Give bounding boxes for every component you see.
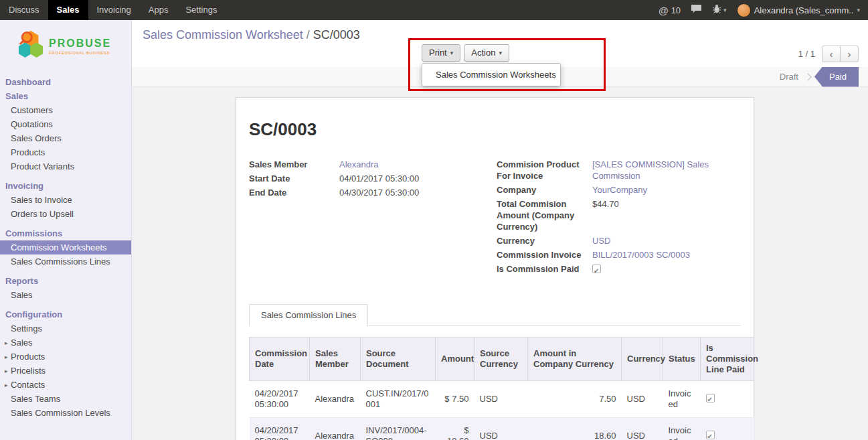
sidebar-item-label: Commission Worksheets xyxy=(11,242,107,252)
sidebar-item[interactable]: ▸ Products xyxy=(0,350,131,364)
sidebar-item[interactable]: ▸ Sales Commissions Lines xyxy=(0,254,131,269)
chevron-down-icon: ▾ xyxy=(723,7,727,13)
field-row: Sales Member Alexandra xyxy=(249,157,497,171)
status-paid[interactable]: Paid xyxy=(814,67,859,87)
field-value[interactable]: USD xyxy=(592,235,610,246)
sidebar-item[interactable]: ▸ Sales Orders xyxy=(0,131,131,145)
sidebar-item-label: Pricelists xyxy=(11,366,46,376)
sidebar-item[interactable]: ▸ Orders to Upsell xyxy=(0,207,131,221)
line-paid-checkbox[interactable] xyxy=(706,394,715,402)
user-menu[interactable]: Alexandra (Sales_comm.. ▾ xyxy=(737,3,860,17)
user-name: Alexandra (Sales_comm.. xyxy=(754,5,854,15)
column-header[interactable]: Sales Member xyxy=(310,338,361,381)
cell-sales-member: Alexandra xyxy=(310,418,361,440)
sidebar-item[interactable]: ▸ Sales xyxy=(0,336,131,350)
breadcrumb-separator: / xyxy=(307,28,310,42)
form-view: SC/0003 Sales Member Alexandra Start Dat… xyxy=(132,87,868,440)
field-value[interactable]: BILL/2017/0003 SC/0003 xyxy=(592,249,690,261)
sidebar-item-label: Sales Orders xyxy=(11,133,62,143)
topbar-menu-item[interactable]: Settings xyxy=(177,0,226,20)
field-value[interactable]: YourCompany xyxy=(592,184,647,196)
sidebar-item[interactable]: ▸ Settings xyxy=(0,321,131,336)
field-label: End Date xyxy=(249,187,339,198)
main-area: Sales Commission Worksheet/SC/0003 Print… xyxy=(132,20,868,440)
topbar-menu-item[interactable]: Sales xyxy=(48,0,88,20)
sidebar-item[interactable]: ▸ Sales Commission Levels xyxy=(0,406,131,420)
column-header[interactable]: Amount in Company Currency xyxy=(528,338,622,381)
topbar-menu-item[interactable]: Apps xyxy=(140,0,177,20)
tab-bar: Sales Commission Lines xyxy=(249,304,741,326)
field-row: Is Commission Paid xyxy=(497,262,741,276)
messages-button[interactable] xyxy=(691,4,702,16)
sidebar-item[interactable]: ▸ Products xyxy=(0,145,131,159)
cell-currency: USD xyxy=(622,381,663,418)
sidebar-item[interactable]: ▸ Sales Teams xyxy=(0,392,131,406)
probuse-logo-text: PROBUSE PROFESSIONAL BUSINESS xyxy=(49,38,111,55)
tab-sales-commission-lines[interactable]: Sales Commission Lines xyxy=(249,304,368,326)
sidebar-item[interactable]: ▸ Sales to Invoice xyxy=(0,193,131,207)
record-title: SC/0003 xyxy=(249,119,741,140)
sidebar-item[interactable]: ▸ Customers xyxy=(0,103,131,117)
sidebar-item-label: Orders to Upsell xyxy=(11,209,74,219)
breadcrumb-parent-link[interactable]: Sales Commission Worksheet xyxy=(143,28,303,42)
column-header[interactable]: Currency xyxy=(622,338,663,381)
field-groups: Sales Member Alexandra Start Date 04/01/… xyxy=(249,157,741,276)
column-header[interactable]: Amount xyxy=(436,338,474,381)
sidebar-item[interactable]: ▸ Configuration xyxy=(0,307,131,321)
sidebar-item[interactable]: ▸ Pricelists xyxy=(0,364,131,378)
line-paid-checkbox[interactable] xyxy=(706,431,715,439)
topbar-menu-item[interactable]: Invoicing xyxy=(88,0,140,20)
sidebar-item-label: Dashboard xyxy=(5,77,51,87)
status-chevron-icon xyxy=(804,73,811,80)
table-row[interactable]: 04/20/2017 05:30:00 Alexandra CUST.IN/20… xyxy=(250,381,754,418)
breadcrumb-current: SC/0003 xyxy=(313,28,360,42)
table-row[interactable]: 04/20/2017 05:30:00 Alexandra INV/2017/0… xyxy=(250,418,754,440)
cell-amount: $ 7.50 xyxy=(436,381,474,418)
print-button[interactable]: Print ▾ xyxy=(422,44,460,62)
column-header[interactable]: Is Commission Line Paid xyxy=(701,338,754,381)
column-header[interactable]: Status xyxy=(663,338,701,381)
debug-menu-button[interactable]: ▾ xyxy=(712,4,727,16)
field-value[interactable]: [SALES COMMISSION] Sales Commission xyxy=(592,159,741,181)
sidebar-item[interactable]: ▸ Product Variants xyxy=(0,159,131,173)
field-value[interactable]: Alexandra xyxy=(339,159,379,170)
sidebar-item[interactable]: ▸ Quotations xyxy=(0,117,131,131)
sidebar-item[interactable]: ▸ Dashboard xyxy=(0,75,131,89)
status-draft[interactable]: Draft xyxy=(773,72,805,82)
sidebar-item-label: Sales Teams xyxy=(11,394,60,404)
sidebar-item[interactable]: ▸ Sales xyxy=(0,288,131,302)
topbar-menu-item[interactable]: Discuss xyxy=(0,0,48,20)
cell-amount: $ 18.60 xyxy=(436,418,474,440)
column-header[interactable]: Commission Date xyxy=(250,338,310,381)
sidebar-item-label: Sales Commission Levels xyxy=(11,408,110,418)
cell-sales-member: Alexandra xyxy=(310,381,361,418)
column-header[interactable]: Source Currency xyxy=(474,338,528,381)
field-label: Total Commision Amount (Company Currency… xyxy=(497,198,592,232)
cell-amount-company-currency: 7.50 xyxy=(528,381,622,418)
field-checkbox[interactable] xyxy=(592,265,601,273)
cell-line-paid xyxy=(701,418,754,440)
field-row: Total Commision Amount (Company Currency… xyxy=(497,197,741,234)
dropdown-item-sales-commission-worksheets[interactable]: Sales Commission Worksheets xyxy=(422,66,560,83)
pager-next-button[interactable]: › xyxy=(840,46,859,62)
column-header[interactable]: Source Document xyxy=(361,338,436,381)
sidebar-item[interactable]: ▸ Commission Worksheets xyxy=(0,240,131,254)
field-label: Is Commission Paid xyxy=(497,263,592,275)
chevron-right-icon: ▸ xyxy=(5,352,8,362)
probuse-logo[interactable]: PROBUSE PROFESSIONAL BUSINESS xyxy=(0,20,131,70)
sidebar-item[interactable]: ▸ Reports xyxy=(0,274,131,288)
field-group-left: Sales Member Alexandra Start Date 04/01/… xyxy=(249,157,497,276)
sidebar-item[interactable]: ▸ Contacts xyxy=(0,378,131,392)
at-icon: @ xyxy=(659,5,669,16)
sidebar-item[interactable]: ▸ Sales xyxy=(0,89,131,103)
chevron-down-icon: ▾ xyxy=(857,7,860,13)
sidebar-item[interactable]: ▸ Invoicing xyxy=(0,179,131,193)
field-group-right: Commision Product For Invoice [SALES COM… xyxy=(497,157,741,276)
action-button[interactable]: Action ▾ xyxy=(464,44,509,62)
pager-previous-button[interactable]: ‹ xyxy=(822,46,841,62)
sidebar-item[interactable]: ▸ Commissions xyxy=(0,226,131,240)
topbar-menus: Discuss Sales Invoicing Apps Settings xyxy=(0,0,226,20)
sidebar-item-label: Sales xyxy=(11,290,33,300)
mentions-button[interactable]: @ 10 xyxy=(659,5,681,16)
chevron-down-icon: ▾ xyxy=(450,50,454,56)
